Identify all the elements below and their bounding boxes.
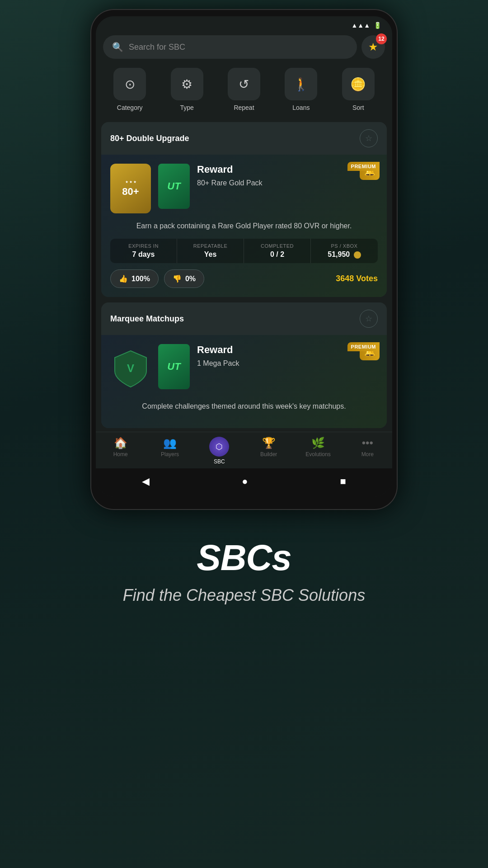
card-marquee: Marquee Matchups ☆ V bbox=[101, 302, 387, 428]
stat-expires: EXPIRES IN 7 days bbox=[110, 239, 177, 263]
filter-sort[interactable]: 🪙 Sort bbox=[342, 68, 375, 111]
nav-builder[interactable]: 🏆 Builder bbox=[251, 437, 287, 465]
players-label: Players bbox=[161, 451, 179, 458]
shield-svg: V bbox=[113, 349, 149, 389]
bottom-section: SBCs Find the Cheapest SBC Solutions bbox=[87, 510, 401, 641]
completed-label: COMPLETED bbox=[248, 243, 307, 249]
star2: ★ bbox=[129, 180, 132, 184]
repeatable-label: REPEATABLE bbox=[181, 243, 240, 249]
repeatable-value: Yes bbox=[181, 250, 240, 259]
card-header-2: Marquee Matchups ☆ bbox=[101, 302, 387, 335]
star3: ★ bbox=[133, 180, 136, 184]
category-label: Category bbox=[117, 104, 143, 111]
back-button[interactable]: ◀ bbox=[142, 476, 150, 487]
star-icon: ★ bbox=[368, 41, 378, 53]
filter-category[interactable]: ⊙ Category bbox=[113, 68, 146, 111]
android-nav: ◀ ● ■ bbox=[96, 468, 392, 496]
bottom-navigation: 🏠 Home 👥 Players ⬡ SBC 🏆 Builder bbox=[96, 432, 392, 468]
nav-players[interactable]: 👥 Players bbox=[152, 437, 188, 465]
repeat-label: Repeat bbox=[234, 104, 254, 111]
premium-badge-2: PREMIUM bbox=[347, 342, 380, 351]
svg-text:V: V bbox=[127, 362, 134, 374]
builder-label: Builder bbox=[260, 451, 277, 458]
nav-more[interactable]: ••• More bbox=[349, 437, 385, 465]
page-subtitle: Find the Cheapest SBC Solutions bbox=[123, 586, 365, 605]
pack-ut-label-2: UT bbox=[167, 361, 180, 373]
reward-desc-2: 1 Mega Pack bbox=[197, 359, 378, 368]
player-rating: 80+ bbox=[122, 186, 139, 198]
search-container: 🔍 Search for SBC ★ 12 bbox=[96, 32, 392, 64]
thumbs-up-icon: 👍 bbox=[119, 274, 128, 283]
card-title-1: 80+ Double Upgrade bbox=[110, 134, 189, 143]
search-bar[interactable]: 🔍 Search for SBC bbox=[103, 35, 357, 59]
home-button[interactable]: ● bbox=[242, 476, 248, 487]
card-double-upgrade: 80+ Double Upgrade ☆ ★ ★ ★ bbox=[101, 122, 387, 297]
sbc-icon: ⬡ bbox=[209, 437, 229, 457]
card-content-2: V UT Reward 1 Mega Pack bbox=[101, 335, 387, 428]
star-outline-icon-2: ☆ bbox=[365, 314, 372, 324]
expires-label: EXPIRES IN bbox=[114, 243, 173, 249]
star-outline-icon: ☆ bbox=[365, 133, 372, 143]
loans-label: Loans bbox=[292, 104, 310, 111]
battery-icon: 🔋 bbox=[374, 22, 381, 29]
builder-icon: 🏆 bbox=[262, 437, 276, 449]
completed-value: 0 / 2 bbox=[248, 250, 307, 259]
card-title-2: Marquee Matchups bbox=[110, 314, 184, 324]
filter-row: ⊙ Category ⚙ Type ↺ Repeat 🚶 Loans 🪙 bbox=[96, 64, 392, 118]
premium-badge-1: PREMIUM bbox=[347, 162, 380, 171]
expires-value: 7 days bbox=[114, 250, 173, 259]
card-description-1: Earn a pack containing a Rare Gold Playe… bbox=[110, 221, 378, 231]
vote-count-1: 3648 Votes bbox=[336, 274, 378, 283]
favorite-button-2[interactable]: ☆ bbox=[360, 310, 378, 328]
pack-image-2: UT bbox=[158, 344, 190, 389]
pack-ut-label: UT bbox=[167, 180, 180, 192]
player-card-image: ★ ★ ★ 80+ bbox=[110, 164, 151, 213]
favorite-button-1[interactable]: ☆ bbox=[360, 129, 378, 147]
reward-desc-1: 80+ Rare Gold Pack bbox=[197, 178, 378, 188]
recents-button[interactable]: ■ bbox=[340, 476, 346, 487]
vote-up-button[interactable]: 👍 100% bbox=[110, 269, 159, 288]
filter-loans[interactable]: 🚶 Loans bbox=[285, 68, 317, 111]
nav-home[interactable]: 🏠 Home bbox=[103, 437, 139, 465]
premium-wrap-1: PREMIUM 🔔 bbox=[360, 162, 380, 180]
stat-completed: COMPLETED 0 / 2 bbox=[244, 239, 311, 263]
card-header-1: 80+ Double Upgrade ☆ bbox=[101, 122, 387, 155]
sort-icon: 🪙 bbox=[342, 68, 375, 100]
stars-row: ★ ★ ★ bbox=[125, 180, 136, 184]
coin-icon bbox=[354, 251, 361, 259]
sbc-label: SBC bbox=[214, 458, 225, 465]
category-icon: ⊙ bbox=[113, 68, 146, 100]
vote-row-1: 👍 100% 👎 0% 3648 Votes bbox=[110, 269, 378, 288]
card-content-1: ★ ★ ★ 80+ UT Reward bbox=[101, 155, 387, 297]
type-icon: ⚙ bbox=[171, 68, 203, 100]
filter-repeat[interactable]: ↺ Repeat bbox=[228, 68, 260, 111]
evolutions-label: Evolutions bbox=[305, 451, 330, 458]
stats-row-1: EXPIRES IN 7 days REPEATABLE Yes COMPLET… bbox=[110, 239, 378, 263]
status-bar: ▲▲▲ 🔋 bbox=[96, 16, 392, 32]
filter-type[interactable]: ⚙ Type bbox=[171, 68, 203, 111]
vote-down-pct: 0% bbox=[185, 275, 196, 283]
premium-wrap-2: PREMIUM 🔔 bbox=[360, 342, 380, 360]
cost-label: PS / XBOX bbox=[314, 243, 374, 249]
sort-label: Sort bbox=[352, 104, 364, 111]
star1: ★ bbox=[125, 180, 128, 184]
reward-row-1: ★ ★ ★ 80+ UT Reward bbox=[110, 164, 378, 213]
cost-value: 51,950 bbox=[314, 250, 374, 259]
repeat-icon: ↺ bbox=[228, 68, 260, 100]
notification-button[interactable]: ★ 12 bbox=[361, 35, 385, 59]
more-icon: ••• bbox=[362, 437, 373, 449]
nav-evolutions[interactable]: 🌿 Evolutions bbox=[300, 437, 336, 465]
players-icon: 👥 bbox=[163, 437, 177, 449]
marquee-shield: V bbox=[110, 344, 151, 394]
search-placeholder: Search for SBC bbox=[129, 42, 185, 52]
stat-repeatable: REPEATABLE Yes bbox=[177, 239, 244, 263]
evolutions-icon: 🌿 bbox=[311, 437, 325, 449]
stat-cost: PS / XBOX 51,950 bbox=[311, 239, 378, 263]
page-title: SBCs bbox=[123, 537, 365, 579]
nav-sbc[interactable]: ⬡ SBC bbox=[201, 437, 237, 465]
reward-row-2: V UT Reward 1 Mega Pack bbox=[110, 344, 378, 394]
more-label: More bbox=[361, 451, 374, 458]
vote-down-button[interactable]: 👎 0% bbox=[164, 269, 204, 288]
thumbs-down-icon: 👎 bbox=[173, 274, 182, 283]
home-label: Home bbox=[113, 451, 128, 458]
